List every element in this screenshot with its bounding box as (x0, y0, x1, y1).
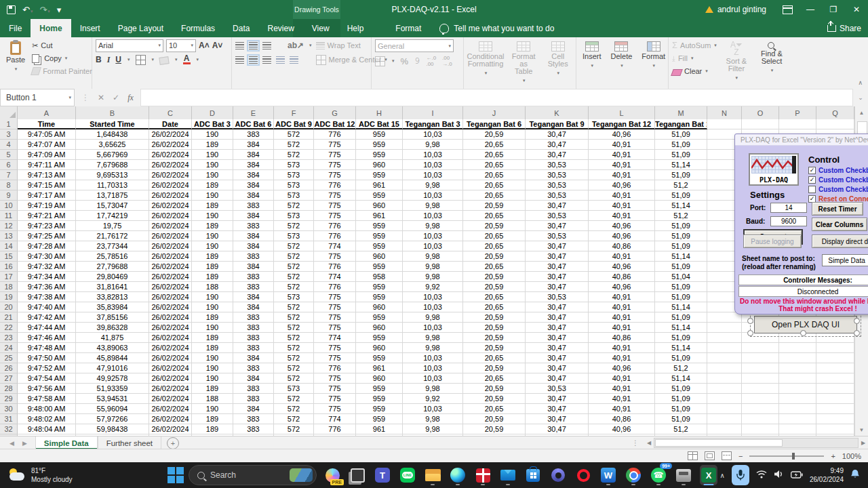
cell[interactable]: 9:47:09 AM (18, 150, 76, 160)
plx-clear-columns-button[interactable]: Clear Columns (812, 218, 867, 231)
insert-cells-button[interactable]: Insert▾ (580, 39, 604, 71)
cell[interactable]: 26/02/2024 (149, 353, 192, 363)
cell-styles-button[interactable]: Cell Styles▾ (543, 39, 572, 79)
cell[interactable]: 40,91 (589, 373, 655, 384)
cell[interactable]: 26/02/2024 (149, 150, 192, 160)
cell[interactable]: 573 (274, 384, 314, 394)
namebox-splitter[interactable]: ⋮ (81, 93, 90, 102)
cell[interactable]: 776 (314, 262, 356, 272)
cell[interactable]: 30,53 (526, 180, 589, 190)
cell[interactable]: 776 (314, 424, 356, 434)
cell[interactable]: 30,47 (526, 302, 589, 312)
cell[interactable]: 51,09 (655, 404, 707, 414)
sheet-nav-right-icon[interactable]: ▶ (22, 440, 27, 447)
cell[interactable] (707, 312, 742, 323)
cell[interactable]: 9:48:02 AM (18, 414, 76, 424)
cell[interactable] (742, 384, 779, 394)
row-number[interactable]: 29 (0, 394, 18, 404)
cell[interactable]: 51,09 (655, 150, 707, 160)
cell[interactable] (816, 424, 854, 434)
cell[interactable]: 25,78516 (76, 251, 149, 262)
column-header-B[interactable]: B (76, 106, 149, 119)
cell[interactable]: 9,98 (403, 140, 463, 150)
cell[interactable]: 961 (356, 180, 403, 190)
cell[interactable]: 40,96 (589, 282, 655, 292)
plx-checkbox-1[interactable]: ✓Custom Checkbox 1 (808, 167, 868, 174)
cell[interactable]: 960 (356, 373, 403, 384)
cell[interactable]: 33,82813 (76, 292, 149, 302)
microphone-icon[interactable] (732, 465, 749, 485)
cell[interactable]: 775 (314, 251, 356, 262)
cell[interactable]: 30,53 (526, 384, 589, 394)
cell[interactable]: 9:48:00 AM (18, 404, 76, 414)
row-number[interactable]: 5 (0, 150, 18, 160)
cell[interactable]: 9:47:23 AM (18, 221, 76, 231)
sheet-nav-left-icon[interactable]: ◀ (9, 440, 14, 447)
cell[interactable] (816, 353, 854, 363)
cell[interactable]: 30,47 (526, 312, 589, 323)
cell[interactable]: 51,09 (655, 262, 707, 272)
cell[interactable]: 573 (274, 190, 314, 201)
cell[interactable]: 383 (233, 201, 274, 211)
cell[interactable] (707, 343, 742, 353)
cell[interactable]: 572 (274, 363, 314, 373)
checkbox-icon[interactable] (808, 186, 816, 193)
row-number[interactable]: 18 (0, 282, 18, 292)
cell[interactable]: 40,96 (589, 221, 655, 231)
cell[interactable]: 190 (192, 323, 233, 333)
cell[interactable]: 9:48:04 AM (18, 424, 76, 434)
cell[interactable]: 10,03 (403, 150, 463, 160)
cell[interactable] (742, 424, 779, 434)
cell[interactable]: 51,09 (655, 231, 707, 241)
cell[interactable]: 30,47 (526, 201, 589, 211)
plx-title-bar[interactable]: PLX-DAQ for Excel "Version 2" by Net^Dev… (735, 134, 868, 146)
cell[interactable]: 9:47:34 AM (18, 272, 76, 282)
tab-splitter[interactable]: ⋮ (627, 436, 644, 449)
cell[interactable]: 9,92 (403, 394, 463, 404)
cell[interactable]: 775 (314, 384, 356, 394)
cell[interactable]: 9:47:15 AM (18, 180, 76, 190)
row-number[interactable]: 30 (0, 404, 18, 414)
cell[interactable]: ADC Bat 12 (314, 119, 356, 129)
cell[interactable]: 26/02/2024 (149, 211, 192, 221)
cell[interactable]: 30,47 (526, 262, 589, 272)
cell[interactable]: 40,91 (589, 384, 655, 394)
row-number[interactable]: 27 (0, 373, 18, 384)
italic-button[interactable]: I (107, 56, 111, 63)
cell[interactable]: 776 (314, 221, 356, 231)
cell[interactable]: 40,96 (589, 424, 655, 434)
cell[interactable]: 20,65 (463, 180, 526, 190)
row-number[interactable]: 8 (0, 180, 18, 190)
cell[interactable]: 189 (192, 414, 233, 424)
plx-checkbox-3[interactable]: Custom Checkbox 3 (808, 186, 868, 193)
row-number[interactable]: 14 (0, 241, 18, 251)
cell[interactable]: 572 (274, 282, 314, 292)
cell[interactable]: 775 (314, 353, 356, 363)
cell[interactable]: 10,03 (403, 231, 463, 241)
cell[interactable]: 573 (274, 170, 314, 180)
cell[interactable]: 959 (356, 312, 403, 323)
cell[interactable]: 384 (233, 231, 274, 241)
mail-taskbar-button[interactable] (499, 465, 517, 485)
cell[interactable]: 961 (356, 424, 403, 434)
cell[interactable]: 775 (314, 292, 356, 302)
cell[interactable]: 20,59 (463, 394, 526, 404)
cell[interactable]: 26/02/2024 (149, 140, 192, 150)
cell[interactable]: 30,47 (526, 272, 589, 282)
cell[interactable]: 959 (356, 241, 403, 251)
cell[interactable]: 776 (314, 363, 356, 373)
page-layout-view-icon[interactable] (705, 451, 715, 460)
align-right-icon[interactable] (262, 56, 271, 64)
cell[interactable]: 572 (274, 404, 314, 414)
cell[interactable]: 190 (192, 363, 233, 373)
cell[interactable]: 573 (274, 211, 314, 221)
cell[interactable] (707, 384, 742, 394)
cell[interactable]: 383 (233, 384, 274, 394)
cell[interactable]: 51,09 (655, 312, 707, 323)
cell[interactable]: 40,96 (589, 231, 655, 241)
cell[interactable]: 26/02/2024 (149, 414, 192, 424)
cell[interactable]: 959 (356, 140, 403, 150)
cell[interactable]: 960 (356, 302, 403, 312)
redo-icon[interactable]: ↷▾ (39, 5, 50, 15)
cell[interactable]: 190 (192, 211, 233, 221)
